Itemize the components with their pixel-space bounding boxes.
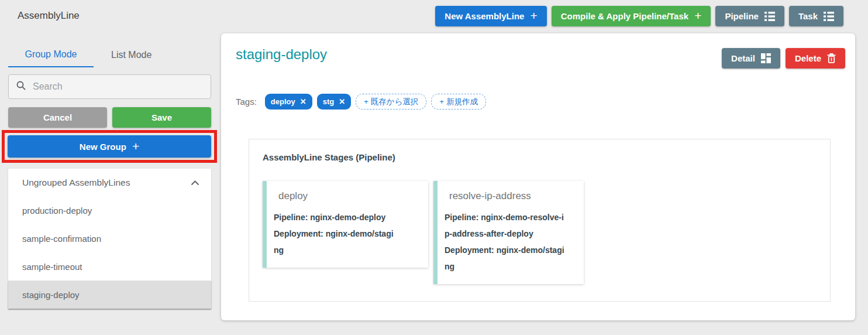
compile-apply-button[interactable]: Compile & Apply Pipeline/Task + bbox=[552, 6, 711, 26]
app-window: AssemblyLine New AssemblyLine + Compile … bbox=[0, 0, 868, 335]
app-title: AssemblyLine bbox=[18, 10, 80, 22]
list-item[interactable]: sample-timeout bbox=[8, 252, 211, 281]
save-button[interactable]: Save bbox=[112, 107, 211, 128]
compile-apply-label: Compile & Apply Pipeline/Task bbox=[561, 11, 688, 21]
stage-name: deploy bbox=[278, 190, 428, 202]
stage-card-deploy[interactable]: deploy Pipeline: nginx-demo-deploy Deplo… bbox=[263, 181, 428, 268]
tag-chip-deploy[interactable]: deploy ✕ bbox=[265, 94, 312, 110]
detail-label: Detail bbox=[731, 53, 755, 63]
plus-icon: + bbox=[530, 9, 537, 22]
delete-label: Delete bbox=[795, 53, 821, 63]
search-icon bbox=[16, 80, 26, 93]
tag-label: deploy bbox=[271, 97, 295, 106]
pipeline-button[interactable]: Pipeline bbox=[715, 6, 784, 26]
stage-deployment: Deployment: nginx-demo/staging bbox=[274, 225, 398, 258]
annotation-highlight: New Group + bbox=[2, 130, 217, 163]
new-group-button[interactable]: New Group + bbox=[8, 135, 211, 158]
stage-pipeline: Pipeline: nginx-demo-deploy bbox=[274, 209, 398, 225]
panel-actions: Detail Delete bbox=[722, 48, 845, 69]
detail-button[interactable]: Detail bbox=[722, 48, 780, 69]
list-item[interactable]: production-deploy bbox=[8, 196, 211, 224]
ungrouped-group-header[interactable]: Ungrouped AssemblyLines bbox=[8, 169, 211, 196]
stage-deployment: Deployment: nginx-demo/staging bbox=[445, 242, 569, 275]
trash-icon bbox=[827, 53, 836, 63]
group-header-label: Ungrouped AssemblyLines bbox=[22, 177, 130, 188]
list-icon bbox=[764, 12, 775, 21]
add-tag-from-existing-button[interactable]: + 既存から選択 bbox=[356, 94, 426, 110]
stage-name: resolve-ip-address bbox=[449, 190, 584, 202]
stage-cards: deploy Pipeline: nginx-demo-deploy Deplo… bbox=[263, 181, 584, 284]
cancel-button[interactable]: Cancel bbox=[8, 107, 107, 128]
tab-group-mode[interactable]: Group Mode bbox=[8, 43, 94, 67]
plus-icon: + bbox=[694, 9, 701, 22]
sidebar-tabs: Group Mode List Mode bbox=[8, 43, 161, 67]
tab-list-mode[interactable]: List Mode bbox=[102, 43, 161, 67]
list-icon bbox=[824, 12, 834, 21]
detail-panel: staging-deploy Detail Delete Tags: deplo… bbox=[221, 33, 855, 320]
task-label: Task bbox=[798, 11, 818, 21]
search-input[interactable] bbox=[33, 81, 204, 92]
tags-row: Tags: deploy ✕ stg ✕ + 既存から選択 + 新規作成 bbox=[236, 94, 486, 110]
top-toolbar: New AssemblyLine + Compile & Apply Pipel… bbox=[435, 6, 843, 26]
add-new-tag-button[interactable]: + 新規作成 bbox=[431, 94, 486, 110]
close-icon[interactable]: ✕ bbox=[300, 97, 306, 106]
close-icon[interactable]: ✕ bbox=[339, 97, 345, 106]
new-assemblyline-button[interactable]: New AssemblyLine + bbox=[435, 6, 546, 26]
stage-card-resolve-ip-address[interactable]: resolve-ip-address Pipeline: nginx-demo-… bbox=[433, 181, 584, 284]
assemblyline-list: Ungrouped AssemblyLines production-deplo… bbox=[8, 169, 211, 309]
group-edit-actions: Cancel Save bbox=[8, 107, 211, 128]
chevron-up-icon bbox=[191, 177, 199, 188]
stage-pipeline: Pipeline: nginx-demo-resolve-ip-address-… bbox=[445, 209, 569, 242]
tag-label: stg bbox=[323, 97, 335, 106]
task-button[interactable]: Task bbox=[789, 6, 843, 26]
plus-icon: + bbox=[132, 140, 139, 152]
pipeline-label: Pipeline bbox=[725, 11, 759, 21]
new-group-label: New Group bbox=[80, 142, 126, 152]
delete-button[interactable]: Delete bbox=[786, 48, 845, 69]
tags-label: Tags: bbox=[236, 97, 257, 107]
stages-container: AssemblyLine Stages (Pipeline) deploy Pi… bbox=[249, 139, 831, 302]
list-item-selected[interactable]: staging-deploy bbox=[8, 281, 211, 309]
stages-header: AssemblyLine Stages (Pipeline) bbox=[263, 152, 395, 162]
page-title: staging-deploy bbox=[236, 46, 327, 63]
search-box bbox=[8, 74, 211, 99]
tag-chip-stg[interactable]: stg ✕ bbox=[317, 94, 351, 110]
list-item[interactable]: sample-confirmation bbox=[8, 224, 211, 252]
new-assemblyline-label: New AssemblyLine bbox=[445, 11, 524, 21]
dashboard-icon bbox=[761, 53, 771, 63]
